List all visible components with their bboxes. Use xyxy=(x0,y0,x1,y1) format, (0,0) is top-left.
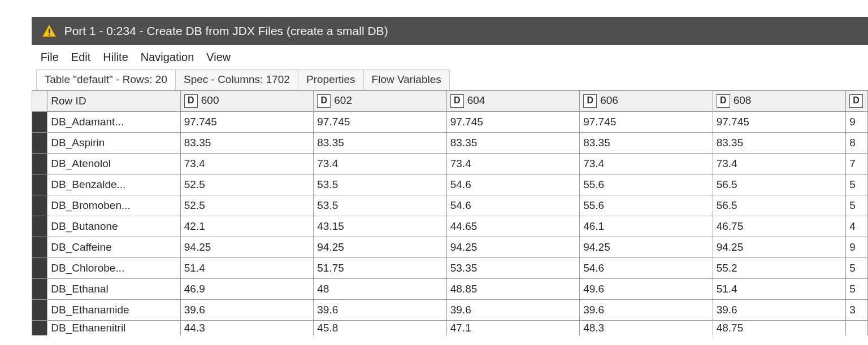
table-row[interactable]: DB_Caffeine94.2594.2594.2594.2594.259 xyxy=(32,237,867,258)
data-table[interactable]: Row ID D600D602D604D606D608D DB_Adamant.… xyxy=(32,90,868,335)
data-cell[interactable]: 53.5 xyxy=(314,174,446,195)
data-cell[interactable]: 47.1 xyxy=(446,321,579,336)
data-cell[interactable]: 83.35 xyxy=(580,133,713,154)
data-cell[interactable]: 48 xyxy=(314,279,446,300)
data-cell[interactable]: 83.35 xyxy=(446,133,579,154)
menu-edit[interactable]: Edit xyxy=(71,51,90,64)
data-cell[interactable]: 73.4 xyxy=(713,154,845,174)
data-cell[interactable]: 55.6 xyxy=(580,195,713,216)
data-cell[interactable]: 46.9 xyxy=(180,279,313,300)
row-marker[interactable] xyxy=(32,133,47,154)
data-cell[interactable]: 94.25 xyxy=(580,237,713,258)
table-row[interactable]: DB_Adamant...97.74597.74597.74597.74597.… xyxy=(32,112,867,133)
data-cell-peek[interactable]: 8 xyxy=(846,133,868,154)
data-cell-peek[interactable] xyxy=(846,321,868,336)
row-marker[interactable] xyxy=(32,258,47,279)
data-cell-peek[interactable]: 7 xyxy=(846,154,868,174)
data-cell[interactable]: 48.3 xyxy=(580,321,713,336)
data-cell[interactable]: 44.3 xyxy=(180,321,313,336)
rowid-cell[interactable]: DB_Caffeine xyxy=(47,237,180,258)
data-cell[interactable]: 83.35 xyxy=(180,133,313,154)
tab-0[interactable]: Table "default" - Rows: 20 xyxy=(36,69,176,90)
rowid-cell[interactable]: DB_Ethanal xyxy=(47,279,180,300)
data-cell[interactable]: 97.745 xyxy=(314,112,446,133)
table-row[interactable]: DB_Ethanal46.94848.8549.651.45 xyxy=(32,279,867,300)
rowid-header[interactable]: Row ID xyxy=(47,91,180,112)
table-row[interactable]: DB_Ethanamide39.639.639.639.639.63 xyxy=(32,300,867,321)
table-row[interactable]: DB_Bromoben...52.553.554.655.656.55 xyxy=(32,195,867,216)
tab-1[interactable]: Spec - Columns: 1702 xyxy=(175,69,298,90)
table-row[interactable]: DB_Aspirin83.3583.3583.3583.3583.358 xyxy=(32,133,867,154)
column-header[interactable]: D602 xyxy=(314,91,446,112)
data-cell[interactable]: 42.1 xyxy=(180,216,313,237)
table-row[interactable]: DB_Atenolol73.473.473.473.473.47 xyxy=(32,154,867,174)
data-cell[interactable]: 48.75 xyxy=(713,321,845,336)
data-cell[interactable]: 39.6 xyxy=(446,300,579,321)
data-cell[interactable]: 97.745 xyxy=(713,112,845,133)
data-cell[interactable]: 56.5 xyxy=(713,174,845,195)
data-cell[interactable]: 45.8 xyxy=(314,321,446,336)
rowid-cell[interactable]: DB_Adamant... xyxy=(47,112,180,133)
data-cell[interactable]: 94.25 xyxy=(713,237,845,258)
data-cell[interactable]: 97.745 xyxy=(580,112,713,133)
data-cell[interactable]: 83.35 xyxy=(713,133,845,154)
menu-view[interactable]: View xyxy=(206,51,231,64)
column-header[interactable]: D604 xyxy=(446,91,579,112)
data-cell[interactable]: 54.6 xyxy=(446,195,579,216)
rowid-cell[interactable]: DB_Bromoben... xyxy=(47,195,180,216)
menu-navigation[interactable]: Navigation xyxy=(141,51,194,64)
data-cell[interactable]: 73.4 xyxy=(580,154,713,174)
data-cell[interactable]: 39.6 xyxy=(180,300,313,321)
data-cell[interactable]: 54.6 xyxy=(580,258,713,279)
row-marker[interactable] xyxy=(32,112,47,133)
data-cell-peek[interactable]: 5 xyxy=(846,195,868,216)
column-header[interactable]: D606 xyxy=(580,91,713,112)
row-marker[interactable] xyxy=(32,154,47,174)
column-header[interactable]: D608 xyxy=(713,91,845,112)
data-cell[interactable]: 43.15 xyxy=(314,216,446,237)
data-cell[interactable]: 44.65 xyxy=(446,216,579,237)
column-header[interactable]: D600 xyxy=(180,91,313,112)
tab-2[interactable]: Properties xyxy=(298,69,364,90)
data-cell[interactable]: 55.6 xyxy=(580,174,713,195)
data-cell-peek[interactable]: 5 xyxy=(846,174,868,195)
row-marker[interactable] xyxy=(32,237,47,258)
window-titlebar[interactable]: Port 1 - 0:234 - Create DB from JDX File… xyxy=(32,17,868,45)
data-cell[interactable]: 55.2 xyxy=(713,258,845,279)
data-cell[interactable]: 51.4 xyxy=(713,279,845,300)
column-header-peek[interactable]: D xyxy=(846,91,868,112)
row-marker[interactable] xyxy=(32,195,47,216)
menu-file[interactable]: File xyxy=(41,51,59,64)
data-cell-peek[interactable]: 5 xyxy=(846,258,868,279)
tab-3[interactable]: Flow Variables xyxy=(363,69,450,90)
table-row[interactable]: DB_Butanone42.143.1544.6546.146.754 xyxy=(32,216,867,237)
table-row[interactable]: DB_Ethanenitril44.345.847.148.348.75 xyxy=(32,321,867,336)
data-cell[interactable]: 51.75 xyxy=(314,258,446,279)
rowid-cell[interactable]: DB_Chlorobe... xyxy=(47,258,180,279)
table-row[interactable]: DB_Benzalde...52.553.554.655.656.55 xyxy=(32,174,867,195)
data-cell-peek[interactable]: 9 xyxy=(846,112,868,133)
data-cell[interactable]: 53.35 xyxy=(446,258,579,279)
rowid-cell[interactable]: DB_Aspirin xyxy=(47,133,180,154)
row-marker[interactable] xyxy=(32,321,47,336)
data-cell[interactable]: 49.6 xyxy=(580,279,713,300)
rowid-cell[interactable]: DB_Butanone xyxy=(47,216,180,237)
data-cell[interactable]: 48.85 xyxy=(446,279,579,300)
data-cell[interactable]: 97.745 xyxy=(446,112,579,133)
data-cell-peek[interactable]: 3 xyxy=(846,300,868,321)
data-cell-peek[interactable]: 4 xyxy=(846,216,868,237)
data-cell-peek[interactable]: 9 xyxy=(846,237,868,258)
data-cell[interactable]: 53.5 xyxy=(314,195,446,216)
row-marker[interactable] xyxy=(32,174,47,195)
row-marker[interactable] xyxy=(32,216,47,237)
data-cell[interactable]: 94.25 xyxy=(446,237,579,258)
data-cell[interactable]: 73.4 xyxy=(314,154,446,174)
data-cell[interactable]: 94.25 xyxy=(180,237,313,258)
menu-hilite[interactable]: Hilite xyxy=(103,51,128,64)
data-cell[interactable]: 73.4 xyxy=(180,154,313,174)
data-cell[interactable]: 83.35 xyxy=(314,133,446,154)
data-cell[interactable]: 52.5 xyxy=(180,174,313,195)
data-cell[interactable]: 39.6 xyxy=(580,300,713,321)
row-marker[interactable] xyxy=(32,300,47,321)
data-cell[interactable]: 46.1 xyxy=(580,216,713,237)
